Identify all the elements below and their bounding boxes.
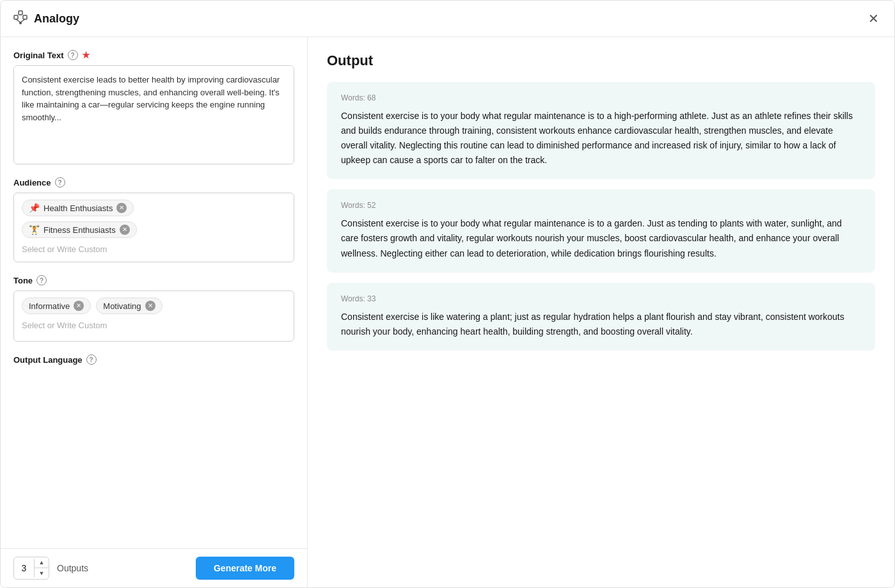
required-star: ★ bbox=[82, 50, 90, 60]
audience-tag-row-2: 🏋 Fitness Enthusiasts ✕ bbox=[22, 221, 286, 238]
svg-line-4 bbox=[16, 19, 20, 22]
tone-tag-motivating: Motivating ✕ bbox=[96, 298, 162, 314]
stepper-up-button[interactable]: ▲ bbox=[35, 557, 49, 568]
audience-placeholder[interactable]: Select or Write Custom bbox=[22, 243, 286, 255]
tone-help-icon[interactable]: ? bbox=[36, 275, 47, 285]
app-container: Analogy ✕ Original Text ? ★ Consistent e… bbox=[0, 0, 895, 588]
tone-label: Tone ? bbox=[13, 275, 294, 285]
outputs-value: 3 bbox=[14, 559, 35, 577]
audience-tag-health: 📌 Health Enthusiasts ✕ bbox=[22, 200, 134, 216]
output-text-1: Consistent exercise is to your body what… bbox=[341, 109, 861, 168]
audience-tag-fitness: 🏋 Fitness Enthusiasts ✕ bbox=[22, 221, 137, 238]
tone-placeholder[interactable]: Select or Write Custom bbox=[22, 319, 286, 331]
output-text-3: Consistent exercise is like watering a p… bbox=[341, 310, 861, 339]
original-text-section: Original Text ? ★ Consistent exercise le… bbox=[13, 50, 294, 164]
output-card-1: Words: 68 Consistent exercise is to your… bbox=[327, 82, 875, 179]
health-tag-label: Health Enthusiasts bbox=[44, 203, 113, 213]
left-footer: 3 ▲ ▼ Outputs Generate More bbox=[1, 548, 307, 587]
left-scroll-area[interactable]: Original Text ? ★ Consistent exercise le… bbox=[1, 37, 307, 548]
output-title: Output bbox=[327, 52, 875, 69]
analogy-icon bbox=[13, 10, 28, 28]
output-language-help-icon[interactable]: ? bbox=[86, 354, 97, 365]
informative-tag-label: Informative bbox=[29, 301, 70, 311]
tone-tag-row: Informative ✕ Motivating ✕ bbox=[22, 298, 286, 314]
left-panel: Original Text ? ★ Consistent exercise le… bbox=[1, 37, 308, 587]
tone-tags-box[interactable]: Informative ✕ Motivating ✕ Select or Wri… bbox=[13, 290, 294, 342]
stepper-down-button[interactable]: ▼ bbox=[35, 568, 49, 579]
fitness-tag-remove-button[interactable]: ✕ bbox=[120, 225, 130, 235]
original-text-input[interactable]: Consistent exercise leads to better heal… bbox=[14, 66, 294, 162]
audience-help-icon[interactable]: ? bbox=[55, 177, 65, 187]
svg-line-5 bbox=[20, 19, 25, 22]
motivating-tag-label: Motivating bbox=[103, 301, 141, 311]
original-text-wrapper: Consistent exercise leads to better heal… bbox=[13, 65, 294, 164]
tone-section: Tone ? Informative ✕ Motivating ✕ bbox=[13, 275, 294, 342]
motivating-tag-remove-button[interactable]: ✕ bbox=[145, 301, 155, 311]
outputs-stepper[interactable]: 3 ▲ ▼ bbox=[13, 557, 49, 580]
audience-label: Audience ? bbox=[13, 177, 294, 187]
output-card-2: Words: 52 Consistent exercise is to your… bbox=[327, 189, 875, 272]
outputs-label: Outputs bbox=[57, 563, 88, 573]
audience-tags-box[interactable]: 📌 Health Enthusiasts ✕ 🏋 Fitness Enthusi… bbox=[13, 193, 294, 262]
svg-rect-2 bbox=[19, 11, 22, 15]
svg-point-6 bbox=[19, 22, 22, 24]
svg-rect-0 bbox=[14, 15, 18, 19]
output-words-2: Words: 52 bbox=[341, 201, 861, 210]
audience-section: Audience ? 📌 Health Enthusiasts ✕ bbox=[13, 177, 294, 262]
main-layout: Original Text ? ★ Consistent exercise le… bbox=[1, 37, 894, 587]
output-language-section: Output Language ? bbox=[13, 354, 294, 365]
output-card-3: Words: 33 Consistent exercise is like wa… bbox=[327, 283, 875, 351]
fitness-tag-emoji: 🏋 bbox=[29, 225, 40, 235]
tone-tag-informative: Informative ✕ bbox=[22, 298, 91, 314]
health-tag-remove-button[interactable]: ✕ bbox=[116, 203, 127, 213]
output-words-3: Words: 33 bbox=[341, 294, 861, 303]
right-panel[interactable]: Output Words: 68 Consistent exercise is … bbox=[308, 37, 894, 587]
stepper-controls: ▲ ▼ bbox=[35, 557, 49, 579]
output-text-2: Consistent exercise is to your body what… bbox=[341, 216, 861, 260]
close-button[interactable]: ✕ bbox=[866, 10, 882, 28]
original-text-help-icon[interactable]: ? bbox=[68, 50, 78, 60]
audience-tag-row: 📌 Health Enthusiasts ✕ bbox=[22, 200, 286, 216]
title-left: Analogy bbox=[13, 10, 79, 28]
original-text-label: Original Text ? ★ bbox=[13, 50, 294, 60]
app-title: Analogy bbox=[34, 12, 79, 26]
title-bar: Analogy ✕ bbox=[1, 1, 894, 37]
generate-more-button[interactable]: Generate More bbox=[196, 557, 294, 580]
svg-rect-1 bbox=[23, 15, 27, 19]
output-words-1: Words: 68 bbox=[341, 93, 861, 102]
fitness-tag-label: Fitness Enthusiasts bbox=[44, 225, 116, 235]
output-language-label: Output Language ? bbox=[13, 354, 294, 365]
health-tag-emoji: 📌 bbox=[29, 203, 40, 213]
informative-tag-remove-button[interactable]: ✕ bbox=[74, 301, 84, 311]
